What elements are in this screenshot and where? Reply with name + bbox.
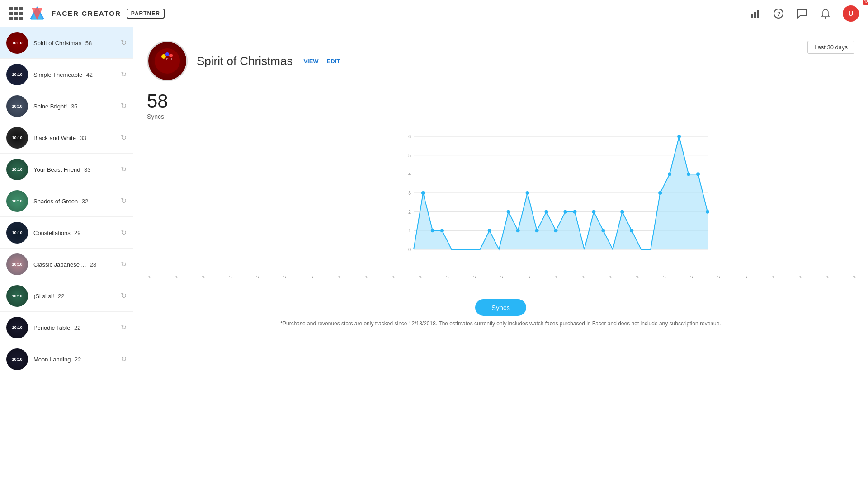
sidebar: 10:10 Spirit of Christmas 58 ↻ 10:10 Sim… [0, 27, 133, 488]
svg-text:5: 5 [408, 153, 411, 158]
sidebar-item-constellations[interactable]: 10:10 Constellations 29 ↻ [0, 217, 133, 249]
svg-text:0: 0 [408, 247, 411, 252]
help-icon[interactable]: ? [772, 7, 785, 20]
svg-point-37 [554, 229, 558, 232]
content-area: Last 30 days 10:10 Spirit of Christmas V… [133, 27, 868, 488]
svg-point-9 [155, 48, 180, 74]
x-label: 2021-11-25 [717, 276, 739, 279]
main-layout: 10:10 Spirit of Christmas 58 ↻ 10:10 Sim… [0, 27, 868, 488]
watch-thumb: 10:10 [6, 32, 28, 54]
sidebar-item-shades-of-green[interactable]: 10:10 Shades of Green 32 ↻ [0, 185, 133, 217]
item-count: 28 [90, 261, 96, 268]
x-label: 2021-11-11 [337, 276, 359, 279]
sidebar-item-spirit-of-christmas[interactable]: 10:10 Spirit of Christmas 58 ↻ [0, 27, 133, 59]
x-axis-labels: 2021-11-042021-11-052021-11-062021-11-07… [147, 276, 868, 280]
watch-thumb: 10:10 [6, 253, 28, 275]
x-label: 2021-11-27 [771, 276, 793, 279]
sync-icon: ↻ [121, 323, 127, 332]
svg-point-45 [668, 172, 671, 176]
watch-thumb: 10:10 [6, 95, 28, 117]
x-label: 2021-11-12 [364, 276, 386, 279]
item-count: 42 [86, 71, 93, 78]
sync-icon: ↻ [121, 260, 127, 268]
stats-row: 58 Syncs [147, 90, 854, 120]
svg-point-47 [687, 172, 690, 176]
item-count: 58 [85, 40, 92, 47]
watch-thumb: 10:10 [6, 64, 28, 85]
item-info: Spirit of Christmas 58 [33, 39, 115, 47]
sidebar-item-si-si-si[interactable]: 10:10 ¡Si si si! 22 ↻ [0, 280, 133, 312]
sidebar-item-classic-japanese[interactable]: 10:10 Classic Japanese ... 28 ↻ [0, 249, 133, 280]
watch-detail-header: 10:10 Spirit of Christmas VIEW EDIT [147, 41, 854, 81]
sidebar-item-periodic-table[interactable]: 10:10 Periodic Table 22 ↻ [0, 312, 133, 343]
sidebar-item-shine-bright[interactable]: 10:10 Shine Bright! 35 ↻ [0, 90, 133, 122]
item-name: Classic Japanese ... [33, 261, 86, 268]
x-label: 2021-11-19 [554, 276, 576, 279]
line-chart-wrapper: 0123456 2021-11-042021-11-052021-11-0620… [147, 127, 868, 290]
x-label: 2021-11-28 [798, 276, 820, 279]
sync-icon: ↻ [121, 38, 127, 47]
x-label: 2021-11-21 [608, 276, 630, 279]
item-info: Constellations 29 [33, 229, 115, 237]
svg-point-39 [573, 210, 576, 214]
svg-point-31 [488, 229, 491, 232]
sidebar-item-moon-landing[interactable]: 10:10 Moon Landing 22 ↻ [0, 343, 133, 375]
svg-text:6: 6 [408, 134, 411, 139]
item-info: Shine Bright! 35 [33, 102, 115, 110]
item-info: Simple Themeable 42 [33, 70, 115, 79]
sidebar-item-simple-themeable[interactable]: 10:10 Simple Themeable 42 ↻ [0, 59, 133, 90]
avatar[interactable]: U 18 [843, 5, 859, 22]
syncs-count: 58 [147, 90, 854, 112]
x-label: 2021-11-07 [228, 276, 250, 279]
svg-text:4: 4 [408, 171, 411, 177]
sync-icon: ↻ [121, 165, 127, 174]
x-label: 2021-11-09 [283, 276, 305, 279]
x-label: 2021-11-22 [635, 276, 657, 279]
watch-thumb: 10:10 [6, 285, 28, 307]
svg-point-11 [161, 54, 166, 59]
x-label: 2021-11-08 [255, 276, 278, 279]
watch-thumb: 10:10 [6, 190, 28, 212]
brand-name: FACER CREATOR [52, 9, 121, 17]
item-name: Simple Themeable [33, 71, 82, 78]
date-range-button[interactable]: Last 30 days [807, 41, 854, 54]
edit-link[interactable]: EDIT [327, 58, 340, 65]
item-info: Moon Landing 22 [33, 355, 115, 363]
x-label: 2021-11-13 [391, 276, 413, 279]
x-label: 2021-11-23 [662, 276, 684, 279]
footnote: *Purchase and revenues stats are only tr… [147, 320, 854, 327]
svg-text:?: ? [777, 10, 781, 17]
sidebar-item-black-and-white[interactable]: 10:10 Black and White 33 ↻ [0, 122, 133, 154]
grid-menu-icon[interactable] [9, 7, 23, 20]
svg-point-48 [696, 172, 700, 176]
svg-point-13 [165, 52, 169, 56]
item-name: Shine Bright! [33, 103, 67, 110]
x-label: 2021-11-30 [852, 276, 868, 279]
x-label: 2021-11-04 [147, 276, 169, 279]
svg-point-38 [563, 210, 567, 214]
syncs-label: Syncs [147, 113, 854, 120]
item-count: 22 [58, 293, 64, 300]
x-label: 2021-11-18 [527, 276, 549, 279]
x-label: 2021-11-14 [418, 276, 440, 279]
charts-container: 0123456 2021-11-042021-11-052021-11-0620… [147, 127, 854, 290]
sync-icon: ↻ [121, 102, 127, 110]
watch-thumb: 10:10 [6, 127, 28, 149]
svg-point-41 [601, 229, 605, 232]
x-label: 2021-11-20 [581, 276, 603, 279]
sync-icon: ↻ [121, 133, 127, 142]
x-label: 2021-11-24 [689, 276, 712, 279]
item-info: Shades of Green 32 [33, 197, 115, 205]
view-link[interactable]: VIEW [303, 58, 318, 65]
x-label: 2021-11-16 [472, 276, 495, 279]
analytics-icon[interactable] [749, 7, 761, 20]
svg-point-28 [421, 191, 425, 195]
sidebar-item-your-beast-friend[interactable]: 10:10 Your Beast Friend 33 ↻ [0, 154, 133, 185]
svg-point-44 [658, 191, 662, 195]
chat-icon[interactable] [796, 7, 808, 20]
syncs-button[interactable]: Syncs [475, 299, 526, 316]
header-left: FACER CREATOR PARTNER [9, 5, 165, 23]
notification-icon[interactable] [819, 7, 832, 20]
svg-text:1: 1 [408, 228, 411, 233]
item-count: 29 [74, 230, 80, 236]
